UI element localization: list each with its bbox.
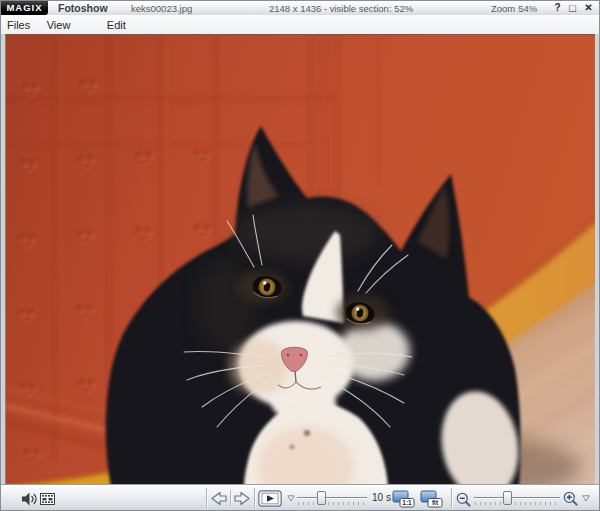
toolbar-divider bbox=[230, 490, 232, 506]
duration-preset-marker-icon[interactable] bbox=[287, 495, 295, 502]
titlebar: MAGIX Fotoshow keks00023.jpg 2148 x 1436… bbox=[1, 1, 599, 16]
menu-files[interactable]: Files bbox=[1, 17, 36, 33]
duration-slider[interactable] bbox=[297, 489, 367, 509]
menu-edit[interactable]: Edit bbox=[101, 17, 132, 33]
open-filename: keks00023.jpg bbox=[131, 3, 192, 14]
cheek-sheen bbox=[196, 260, 256, 350]
fit-label: fit bbox=[432, 499, 439, 506]
zoom-in-button[interactable] bbox=[563, 491, 578, 506]
previous-image-button[interactable] bbox=[209, 491, 228, 506]
close-button[interactable]: ✕ bbox=[582, 2, 595, 14]
menu-view[interactable]: View bbox=[41, 17, 77, 33]
help-button[interactable]: ? bbox=[551, 2, 564, 14]
audio-volume-icon[interactable] bbox=[21, 492, 38, 506]
zoom-indicator: Zoom54% bbox=[491, 3, 540, 14]
zoom-one-to-one-button[interactable]: 1:1 bbox=[392, 490, 415, 508]
zoom-slider[interactable] bbox=[474, 489, 560, 509]
toolbar-divider bbox=[206, 488, 208, 508]
duration-slider-handle[interactable] bbox=[317, 491, 326, 505]
menubar: Files View Edit bbox=[1, 15, 599, 34]
chest-fleck bbox=[304, 430, 310, 436]
duration-value-label: 10 s bbox=[372, 492, 391, 503]
app-window: MAGIX Fotoshow keks00023.jpg 2148 x 1436… bbox=[0, 0, 600, 511]
zoom-slider-track[interactable] bbox=[474, 497, 560, 499]
zoom-preset-marker-icon[interactable] bbox=[582, 495, 590, 502]
zoom-label: Zoom bbox=[491, 3, 515, 14]
maximize-button[interactable]: □ bbox=[566, 2, 579, 14]
zoom-slider-ticks bbox=[475, 502, 559, 505]
photo-canvas[interactable] bbox=[5, 34, 595, 485]
duration-slider-ticks bbox=[298, 502, 366, 505]
toolbar-divider bbox=[254, 488, 256, 508]
cat-photo bbox=[6, 35, 595, 485]
next-image-button[interactable] bbox=[233, 491, 252, 506]
app-title: Fotoshow bbox=[58, 2, 108, 14]
image-dimensions-info: 2148 x 1436 - visible section: 52% bbox=[269, 3, 413, 14]
playback-toolbar: 10 s 1:1 fit bbox=[1, 484, 599, 511]
toolbar-divider bbox=[451, 488, 453, 508]
filmstrip-icon[interactable] bbox=[40, 493, 55, 505]
play-slideshow-button[interactable] bbox=[258, 490, 282, 507]
one-to-one-label: 1:1 bbox=[402, 499, 412, 506]
zoom-fit-button[interactable]: fit bbox=[420, 490, 443, 508]
right-cheek-white bbox=[338, 321, 410, 381]
zoom-slider-handle[interactable] bbox=[503, 491, 512, 505]
magix-logo: MAGIX bbox=[1, 1, 48, 15]
duration-slider-track[interactable] bbox=[297, 497, 367, 499]
chest-fleck-2 bbox=[290, 445, 294, 449]
zoom-out-button[interactable] bbox=[456, 492, 471, 507]
zoom-value: 54% bbox=[518, 3, 537, 14]
